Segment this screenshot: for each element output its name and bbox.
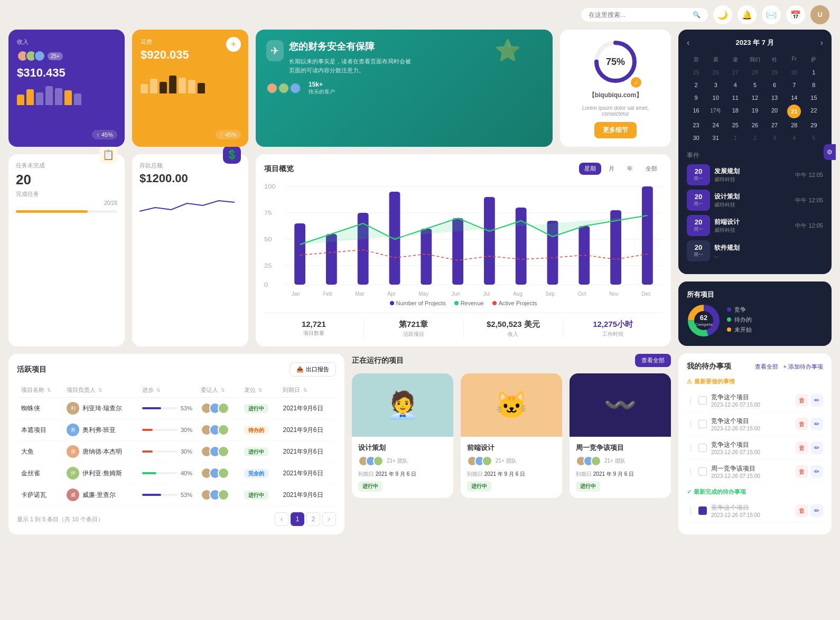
more-details-button[interactable]: 更多细节	[594, 122, 637, 138]
bell-icon[interactable]: 🔔	[738, 5, 757, 24]
delete-todo-button[interactable]: 🗑	[796, 394, 808, 407]
view-all-button[interactable]: 查看全部	[635, 354, 671, 367]
drag-handle-icon: ⋮	[687, 467, 694, 476]
event-time: 中午 12:05	[795, 196, 823, 204]
cal-prev-30[interactable]: 30	[785, 67, 804, 78]
tab-week[interactable]: 星期	[579, 163, 601, 175]
cal-day-1[interactable]: 1	[805, 67, 823, 78]
cal-day-7[interactable]: 7	[785, 79, 804, 91]
page-2-button[interactable]: 2	[306, 512, 320, 526]
cal-day-30[interactable]: 30	[687, 132, 705, 144]
cal-day-9[interactable]: 9	[687, 92, 705, 104]
sort-icon-progress[interactable]: ⇅	[156, 388, 161, 393]
cal-prev-28[interactable]: 28	[745, 67, 764, 78]
delete-done-button[interactable]: 🗑	[796, 504, 808, 517]
cal-next-4[interactable]: 4	[785, 132, 804, 144]
export-button[interactable]: 📤 出口报告	[290, 362, 336, 377]
check-done-icon: ✓	[687, 489, 692, 495]
cal-day-13[interactable]: 13	[766, 92, 784, 104]
cal-day-20[interactable]: 20	[766, 105, 784, 118]
cal-day-14[interactable]: 14	[785, 92, 804, 104]
cal-day-26[interactable]: 26	[745, 119, 764, 131]
cal-day-6[interactable]: 6	[766, 79, 784, 91]
cal-day-21-today[interactable]: 21	[787, 105, 801, 118]
event-name: 软件规划	[714, 243, 819, 252]
cal-prev-25[interactable]: 25	[687, 67, 705, 78]
cell-progress: 30%	[138, 441, 197, 463]
sort-icon-status[interactable]: ⇅	[258, 388, 263, 393]
cal-day-18[interactable]: 18	[726, 105, 744, 118]
sort-icon-name[interactable]: ⇅	[47, 388, 51, 393]
view-all-todo-button[interactable]: 查看全部	[755, 363, 778, 371]
cal-next-2[interactable]: 2	[745, 132, 764, 144]
cal-day-24[interactable]: 24	[706, 119, 725, 131]
user-avatar[interactable]: U	[810, 5, 829, 24]
add-expense-button[interactable]: +	[226, 37, 241, 52]
cal-day-28[interactable]: 28	[785, 119, 804, 131]
cal-day-11[interactable]: 11	[726, 92, 744, 104]
cal-day-27[interactable]: 27	[766, 119, 784, 131]
cal-day-17[interactable]: 17号	[706, 105, 725, 118]
prev-month-button[interactable]: ‹	[687, 38, 689, 48]
todo-checkbox-done[interactable]: ✓	[698, 506, 707, 515]
add-todo-button[interactable]: + 添加待办事项	[783, 363, 823, 371]
delete-todo-button[interactable]: 🗑	[796, 465, 808, 478]
cal-day-29[interactable]: 29	[805, 119, 823, 131]
sort-icon-pm[interactable]: ⇅	[98, 388, 102, 393]
cal-day-4[interactable]: 4	[726, 79, 744, 91]
cal-next-3[interactable]: 3	[766, 132, 784, 144]
moon-icon[interactable]: 🌙	[713, 5, 732, 24]
edit-todo-button[interactable]: ✏	[810, 465, 823, 478]
mail-icon[interactable]: ✉️	[762, 5, 781, 24]
delete-todo-button[interactable]: 🗑	[796, 441, 808, 454]
calendar-icon[interactable]: 📅	[786, 5, 805, 24]
cal-day-12[interactable]: 12	[745, 92, 764, 104]
cal-day-15[interactable]: 15	[805, 92, 823, 104]
edit-done-button[interactable]: ✏	[810, 504, 823, 517]
cal-day-23[interactable]: 23	[687, 119, 705, 131]
pie-label: 竞争	[734, 306, 746, 314]
page-1-button[interactable]: 1	[291, 512, 304, 526]
cal-day-2[interactable]: 2	[687, 79, 705, 91]
cal-day-3[interactable]: 3	[706, 79, 725, 91]
cal-prev-29[interactable]: 29	[766, 67, 784, 78]
edit-todo-button[interactable]: ✏	[810, 418, 823, 430]
active-projects-card: 活跃项目 📤 出口报告 项目名称 ⇅ 项目负责人 ⇅ 进步 ⇅ 委让人 ⇅ 龙位	[8, 354, 344, 534]
rc-avatar-3	[373, 456, 384, 466]
prev-page-button[interactable]: ‹	[275, 512, 288, 526]
search-box[interactable]: 🔍	[581, 8, 708, 22]
delete-todo-button[interactable]: 🗑	[796, 418, 808, 430]
tab-month[interactable]: 月	[603, 163, 620, 175]
todo-checkbox[interactable]	[698, 396, 707, 405]
tasks-label: 任务未完成	[16, 162, 45, 170]
search-input[interactable]	[589, 11, 688, 18]
tab-year[interactable]: 年	[622, 163, 638, 175]
cal-day-16[interactable]: 16	[687, 105, 705, 118]
todo-checkbox[interactable]	[698, 467, 707, 476]
cal-prev-27[interactable]: 27	[726, 67, 744, 78]
next-page-button[interactable]: ›	[322, 512, 336, 526]
assignee-avatar-3	[218, 446, 229, 457]
pm-avatar: 唐	[67, 445, 79, 458]
todo-checkbox[interactable]	[698, 444, 707, 452]
sort-icon-assignee[interactable]: ⇅	[221, 388, 225, 393]
settings-icon[interactable]: ⚙	[824, 144, 836, 160]
tab-all[interactable]: 全部	[640, 163, 662, 175]
cal-next-1[interactable]: 1	[726, 132, 744, 144]
edit-todo-button[interactable]: ✏	[810, 441, 823, 454]
cal-day-8[interactable]: 8	[805, 79, 823, 91]
cal-prev-26[interactable]: 26	[706, 67, 725, 78]
sort-icon-due[interactable]: ⇅	[303, 388, 307, 393]
cal-day-10[interactable]: 10	[706, 92, 725, 104]
cal-next-5[interactable]: 5	[805, 132, 823, 144]
day-header-mon: 莫	[706, 54, 725, 65]
cal-day-22[interactable]: 22	[805, 105, 823, 118]
todo-checkbox[interactable]	[698, 420, 707, 428]
edit-todo-button[interactable]: ✏	[810, 394, 823, 407]
todo-item: ⋮ 周一竞争该项目 2023-12-26 07:15:00 🗑 ✏	[687, 460, 823, 484]
cal-day-25[interactable]: 25	[726, 119, 744, 131]
cal-day-31[interactable]: 31	[706, 132, 725, 144]
cal-day-5[interactable]: 5	[745, 79, 764, 91]
next-month-button[interactable]: ›	[820, 38, 823, 48]
cal-day-19[interactable]: 19	[745, 105, 764, 118]
